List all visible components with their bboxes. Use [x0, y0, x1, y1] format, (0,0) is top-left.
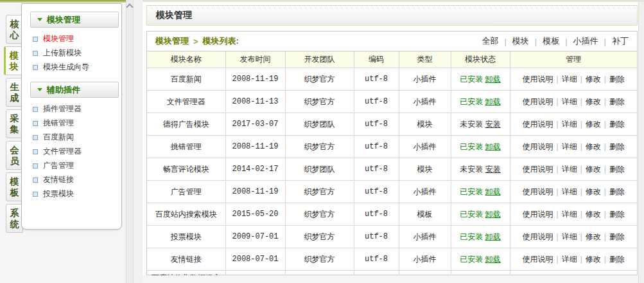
- delete-link[interactable]: 删除: [609, 232, 625, 241]
- delete-link[interactable]: 删除: [609, 187, 625, 196]
- status-cell: 已安装 卸载: [451, 203, 510, 226]
- uninstall-link[interactable]: 卸载: [485, 97, 501, 106]
- delete-link[interactable]: 删除: [609, 210, 625, 219]
- delete-link[interactable]: 删除: [609, 75, 625, 84]
- filter-module[interactable]: 模块: [512, 35, 529, 47]
- usage-help-link[interactable]: 使用说明: [523, 187, 553, 196]
- delete-link[interactable]: 删除: [609, 97, 625, 106]
- sidebar-item-friend-links[interactable]: 友情链接: [22, 172, 121, 187]
- sidebar-item-label: 文件管理器: [43, 147, 82, 156]
- usage-help-link[interactable]: 使用说明: [523, 75, 553, 84]
- delete-link[interactable]: 删除: [609, 165, 625, 174]
- tab-member[interactable]: 会员: [6, 141, 23, 170]
- filter-all[interactable]: 全部: [482, 35, 498, 47]
- manage-cell: 使用说明|详细|修改|删除: [510, 226, 637, 248]
- delete-link[interactable]: 删除: [609, 255, 625, 264]
- manage-separator: |: [604, 165, 606, 174]
- column-header: 编码: [354, 51, 399, 68]
- status-label: 已安装: [460, 232, 483, 241]
- menu-group-header-helper-plugins-group[interactable]: 辅助插件: [30, 82, 119, 98]
- uninstall-link[interactable]: 卸载: [485, 232, 501, 241]
- uninstall-link[interactable]: 卸载: [485, 75, 501, 84]
- table-row: 友情链接2008-07-01织梦官方utf-8小插件已安装 卸载使用说明|详细|…: [147, 248, 637, 271]
- sidebar-item-error-report[interactable]: 挑错管理: [22, 116, 121, 130]
- manage-separator: |: [557, 187, 559, 196]
- sidebar-item-label: 插件管理器: [43, 105, 82, 113]
- filter-template[interactable]: 模板: [543, 35, 559, 47]
- modify-link[interactable]: 修改: [586, 75, 601, 84]
- usage-help-link[interactable]: 使用说明: [523, 165, 553, 174]
- breadcrumb-parent-link[interactable]: 模块管理: [155, 35, 189, 47]
- modify-link[interactable]: 修改: [586, 255, 601, 264]
- type-filter-links: 全部|模块|模板|小插件|补丁: [482, 35, 629, 47]
- tab-template[interactable]: 模板: [6, 172, 23, 201]
- sidebar-item-file-manager[interactable]: 文件管理器: [22, 144, 121, 158]
- detail-link[interactable]: 详细: [562, 142, 577, 151]
- tab-generate[interactable]: 生成: [6, 78, 23, 107]
- page-title-box: 模块管理: [146, 5, 638, 26]
- detail-link[interactable]: 详细: [562, 255, 577, 264]
- column-header: 类型: [399, 51, 451, 68]
- modify-link[interactable]: 修改: [586, 120, 601, 129]
- usage-help-link[interactable]: 使用说明: [523, 97, 553, 106]
- uninstall-link[interactable]: 卸载: [485, 142, 501, 151]
- modify-link[interactable]: 修改: [586, 165, 601, 174]
- sidebar-item-ad-manage[interactable]: 广告管理: [22, 158, 121, 172]
- modify-link[interactable]: 修改: [586, 97, 601, 106]
- uninstall-link[interactable]: 卸载: [485, 255, 501, 264]
- sidebar-item-module-wizard[interactable]: 模块生成向导: [22, 60, 121, 74]
- sidebar-item-module-manage[interactable]: 模块管理: [22, 32, 121, 46]
- type-cell: 小插件: [399, 136, 451, 158]
- sidebar-item-vote-module[interactable]: 投票模块: [22, 187, 121, 201]
- sidebar-item-baidu-news[interactable]: 百度新闻: [22, 130, 121, 144]
- dev-team-cell: 织梦团队: [285, 158, 354, 181]
- type-cell: 模板: [399, 203, 451, 226]
- modify-link[interactable]: 修改: [586, 142, 601, 151]
- delete-link[interactable]: 删除: [609, 120, 625, 129]
- usage-help-link[interactable]: 使用说明: [523, 255, 553, 264]
- encoding-cell: utf-8: [354, 203, 399, 226]
- menu-items-module-manage-group: 模块管理上传新模块模块生成向导: [22, 32, 121, 74]
- install-link[interactable]: 安装: [485, 120, 501, 129]
- scroll-up-icon[interactable]: [126, 3, 133, 10]
- usage-help-link[interactable]: 使用说明: [523, 210, 553, 219]
- manage-cell: 使用说明|详细|修改|删除: [510, 68, 637, 91]
- tab-module[interactable]: 模块: [4, 46, 23, 75]
- detail-link[interactable]: 详细: [562, 165, 577, 174]
- uninstall-link[interactable]: 卸载: [485, 187, 501, 196]
- main-right-gutter: [638, 2, 644, 283]
- detail-link[interactable]: 详细: [562, 232, 577, 241]
- detail-link[interactable]: 详细: [562, 97, 577, 106]
- usage-help-link[interactable]: 使用说明: [523, 232, 553, 241]
- usage-help-link[interactable]: 使用说明: [523, 142, 553, 151]
- tab-system[interactable]: 系统: [6, 204, 23, 233]
- delete-link[interactable]: 删除: [609, 142, 625, 151]
- usage-help-link[interactable]: 使用说明: [523, 120, 553, 129]
- tab-collect[interactable]: 采集: [6, 109, 23, 138]
- sidebar-scrollbar[interactable]: [126, 0, 134, 283]
- page-title: 模块管理: [156, 10, 192, 21]
- uninstall-link[interactable]: 卸载: [485, 210, 501, 219]
- tab-core[interactable]: 核心: [6, 15, 23, 44]
- encoding-cell: utf-8: [354, 91, 399, 113]
- filter-plugin[interactable]: 小插件: [573, 35, 598, 47]
- detail-link[interactable]: 详细: [562, 75, 577, 84]
- module-name-cell: 挑错管理: [147, 136, 225, 158]
- filter-patch[interactable]: 补丁: [612, 35, 629, 47]
- detail-link[interactable]: 详细: [562, 187, 577, 196]
- manage-separator: |: [557, 232, 559, 241]
- sidebar-item-label: 模块生成向导: [43, 63, 89, 71]
- dev-team-cell: 织梦官方: [285, 248, 354, 271]
- install-link[interactable]: 安装: [485, 165, 501, 174]
- detail-link[interactable]: 详细: [562, 120, 577, 129]
- modify-link[interactable]: 修改: [586, 232, 601, 241]
- sidebar-item-plugin-manager[interactable]: 插件管理器: [22, 102, 121, 116]
- modify-link[interactable]: 修改: [586, 187, 601, 196]
- menu-group-header-module-manage-group[interactable]: 模块管理: [30, 12, 119, 28]
- detail-link[interactable]: 详细: [562, 210, 577, 219]
- manage-separator: |: [604, 142, 606, 151]
- dev-team-cell: 织梦官方: [285, 68, 354, 91]
- dev-team-cell: 织梦官方: [285, 91, 354, 113]
- sidebar-item-upload-module[interactable]: 上传新模块: [22, 46, 121, 60]
- modify-link[interactable]: 修改: [586, 210, 601, 219]
